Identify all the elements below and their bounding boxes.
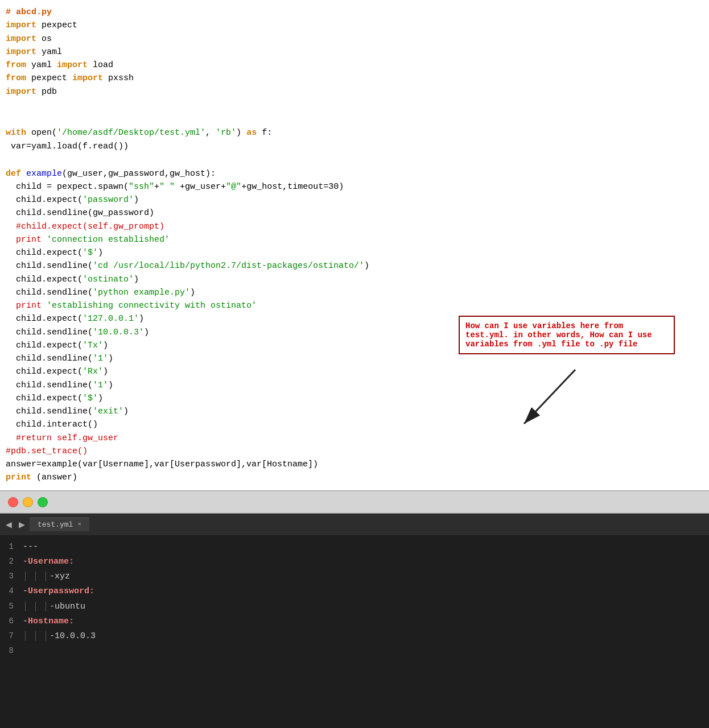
line-number: 4 <box>0 584 23 598</box>
yaml-value-hostname: 10.0.0.3 <box>55 629 96 644</box>
yaml-line-1: 1 --- <box>0 540 709 555</box>
code-line-35: answer=example(var[Username],var[Userpas… <box>6 458 703 471</box>
code-line-3: import os <box>6 32 703 46</box>
code-line-20: child.sendline('cd /usr/local/lib/python… <box>6 259 703 272</box>
line-number: 5 <box>0 599 23 614</box>
code-line-13: def example(gw_user,gw_password,gw_host)… <box>6 167 703 180</box>
prev-tab-button[interactable]: ◀ <box>3 519 14 530</box>
tab-label: test.yml <box>38 520 73 529</box>
code-line-33: #return self.gw_user <box>6 432 703 445</box>
annotation-arrow <box>507 364 598 438</box>
code-line-28: child.expect('Rx') <box>6 365 703 378</box>
tab-item-testyml[interactable]: test.yml × <box>30 518 89 531</box>
code-line-6: from pexpect import pxssh <box>6 72 703 85</box>
code-line-2: import pexpect <box>6 19 703 32</box>
yaml-line-4: 4 - Userpassword: <box>0 584 709 599</box>
maximize-button[interactable] <box>38 497 48 507</box>
yaml-key-hostname: Hostname: <box>28 614 74 629</box>
yaml-doc-start: --- <box>23 540 38 555</box>
line-number: 3 <box>0 569 23 584</box>
line-number: 7 <box>0 629 23 643</box>
annotation-text: How can I use variables here from test.y… <box>465 321 652 349</box>
code-line-30: child.expect('$') <box>6 392 703 405</box>
annotation-box: How can I use variables here from test.y… <box>459 316 675 354</box>
line-number: 2 <box>0 555 23 569</box>
yaml-value-username: xyz <box>55 569 70 584</box>
minimize-button[interactable] <box>23 497 33 507</box>
yaml-line-7: 7 │ │ │ - 10.0.0.3 <box>0 629 709 644</box>
code-line-18: print 'connection established' <box>6 233 703 246</box>
code-line-15: child.expect('password') <box>6 193 703 206</box>
tab-bar: ◀ ▶ test.yml × <box>0 514 709 535</box>
code-line-10: with open('/home/asdf/Desktop/test.yml',… <box>6 126 703 139</box>
yaml-key-username: Username: <box>28 555 74 569</box>
close-button[interactable] <box>8 497 18 507</box>
traffic-lights-bar <box>0 491 709 514</box>
code-line-22: child.sendline('python example.py') <box>6 286 703 299</box>
svg-line-1 <box>524 370 575 424</box>
empty-line <box>6 98 703 113</box>
code-line-21: child.expect('ostinato') <box>6 273 703 286</box>
code-line-31: child.sendline('exit') <box>6 405 703 418</box>
yaml-value-userpassword: ubuntu <box>55 599 85 614</box>
code-line-36: print (answer) <box>6 471 703 484</box>
code-line-34: #pdb.set_trace() <box>6 445 703 458</box>
line-number: 6 <box>0 614 23 628</box>
code-line-1: # abcd.py <box>6 6 703 19</box>
code-line-23: print 'establishing connectivity with os… <box>6 299 703 312</box>
yaml-line-2: 2 - Username: <box>0 555 709 569</box>
code-line-4: import yaml <box>6 46 703 59</box>
empty-line <box>6 113 703 127</box>
code-line-11: var=yaml.load(f.read()) <box>6 140 703 153</box>
code-line-5: from yaml import load <box>6 59 703 72</box>
yaml-line-3: 3 │ │ │ - xyz <box>0 569 709 584</box>
yaml-content: 1 --- 2 - Username: 3 │ │ │ - xyz 4 - Us… <box>0 535 709 728</box>
yaml-line-8: 8 <box>0 644 709 658</box>
code-line-14: child = pexpect.spawn("ssh"+" " +gw_user… <box>6 180 703 193</box>
empty-line <box>6 153 703 167</box>
code-line-7: import pdb <box>6 85 703 98</box>
yaml-editor: ◀ ▶ test.yml × 1 --- 2 - Username: 3 │ │… <box>0 514 709 728</box>
tab-close-button[interactable]: × <box>77 521 81 528</box>
yaml-line-5: 5 │ │ │ - ubuntu <box>0 599 709 614</box>
code-line-32: child.interact() <box>6 418 703 431</box>
line-number: 8 <box>0 644 23 658</box>
next-tab-button[interactable]: ▶ <box>17 519 27 530</box>
code-line-17: #child.expect(self.gw_prompt) <box>6 220 703 233</box>
code-line-16: child.sendline(gw_password) <box>6 206 703 220</box>
yaml-line-6: 6 - Hostname: <box>0 614 709 629</box>
code-editor: # abcd.py import pexpect import os impor… <box>0 0 709 491</box>
line-number: 1 <box>0 540 23 554</box>
yaml-key-userpassword: Userpassword: <box>28 584 94 599</box>
code-line-29: child.sendline('1') <box>6 379 703 392</box>
code-line-19: child.expect('$') <box>6 246 703 259</box>
